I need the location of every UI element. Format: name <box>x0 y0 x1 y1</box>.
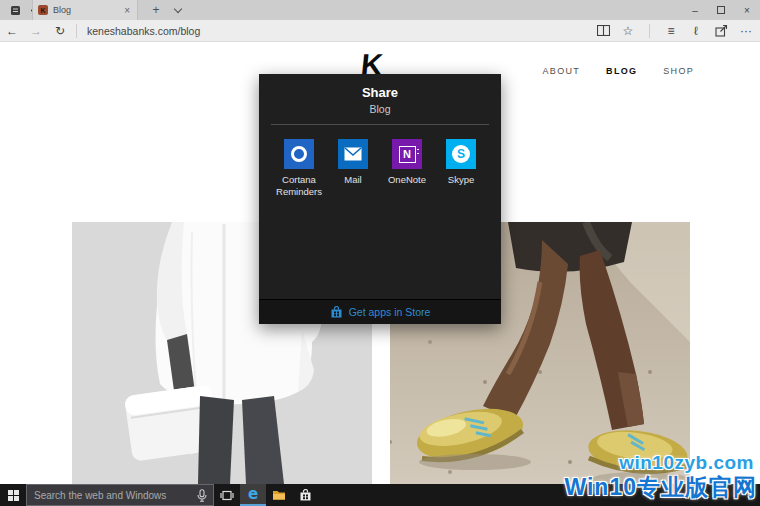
store-bag-icon <box>299 489 312 502</box>
share-icon[interactable] <box>713 23 729 39</box>
minimize-button[interactable]: – <box>682 0 708 20</box>
share-app-onenote[interactable]: N OneNote <box>381 139 433 198</box>
windows-desktop: K ABOUT BLOG SHOP <box>0 0 760 506</box>
onenote-n-icon: N <box>399 146 416 163</box>
share-app-cortana-reminders[interactable]: Cortana Reminders <box>273 139 325 198</box>
onenote-tile: N <box>392 139 422 169</box>
start-button[interactable] <box>0 484 26 506</box>
nav-item-about[interactable]: ABOUT <box>543 66 581 76</box>
tab-title: Blog <box>53 5 122 15</box>
hub-icon[interactable]: ≡ <box>663 23 679 39</box>
back-icon[interactable]: ← <box>0 24 24 38</box>
watermark-site-name: Win10专业版官网 <box>564 472 757 503</box>
nav-item-shop[interactable]: SHOP <box>663 66 694 76</box>
nav-item-blog[interactable]: BLOG <box>606 66 637 76</box>
store-taskbar-button[interactable] <box>292 484 318 506</box>
address-divider <box>76 24 77 38</box>
skype-tile: S <box>446 139 476 169</box>
mail-envelope-icon <box>344 147 362 161</box>
tab-preview-toggle-icon[interactable] <box>8 3 22 17</box>
edge-icon: e <box>248 485 258 503</box>
share-app-list: Cortana Reminders Mail N <box>259 125 501 198</box>
new-tab-button[interactable]: + <box>146 0 166 20</box>
folder-icon <box>272 489 286 501</box>
get-apps-in-store-link[interactable]: Get apps in Store <box>349 306 431 318</box>
site-favicon: K <box>38 5 48 15</box>
windows-logo-icon <box>8 490 19 501</box>
address-bar: ← → ↻ keneshabanks.com/blog ☆ ≡ ℓ ··· <box>0 20 760 42</box>
address-bar-actions: ☆ ≡ ℓ ··· <box>595 23 754 39</box>
cortana-ring-icon <box>291 146 307 162</box>
reading-view-icon[interactable] <box>595 23 611 39</box>
site-nav: ABOUT BLOG SHOP <box>543 66 694 76</box>
share-footer: Get apps in Store <box>259 299 501 324</box>
tab-close-icon[interactable]: × <box>122 5 132 16</box>
window-controls: – × <box>682 0 760 20</box>
watermark-url: win10zyb.com <box>619 452 754 474</box>
tab-bar: K Blog × + – × <box>0 0 760 20</box>
app-label: Cortana Reminders <box>273 174 325 198</box>
microphone-icon[interactable] <box>197 489 207 502</box>
taskbar-search <box>26 484 214 506</box>
task-view-button[interactable] <box>214 484 240 506</box>
share-subtitle: Blog <box>259 103 501 115</box>
app-label: Mail <box>344 174 361 186</box>
maximize-button[interactable] <box>708 0 734 20</box>
web-note-pen-icon[interactable]: ℓ <box>688 23 704 39</box>
actions-divider <box>649 24 650 38</box>
more-actions-icon[interactable]: ··· <box>738 23 754 39</box>
forward-icon[interactable]: → <box>24 24 48 38</box>
url-field[interactable]: keneshabanks.com/blog <box>87 25 595 37</box>
share-title: Share <box>259 85 501 100</box>
mail-tile <box>338 139 368 169</box>
store-icon <box>330 306 343 319</box>
cortana-tile <box>284 139 314 169</box>
search-input[interactable] <box>27 489 197 502</box>
edge-taskbar-button[interactable]: e <box>240 484 266 506</box>
share-app-mail[interactable]: Mail <box>327 139 379 198</box>
app-label: OneNote <box>388 174 426 186</box>
favorites-star-icon[interactable]: ☆ <box>620 23 636 39</box>
browser-tab-blog[interactable]: K Blog × <box>32 0 138 20</box>
file-explorer-button[interactable] <box>266 484 292 506</box>
tab-list-chevron-icon[interactable] <box>168 0 188 20</box>
app-label: Skype <box>448 174 474 186</box>
share-flyout: Share Blog Cortana Reminders Mail <box>259 74 501 324</box>
skype-s-icon: S <box>452 145 470 163</box>
refresh-icon[interactable]: ↻ <box>48 24 72 38</box>
share-app-skype[interactable]: S Skype <box>435 139 487 198</box>
close-button[interactable]: × <box>734 0 760 20</box>
